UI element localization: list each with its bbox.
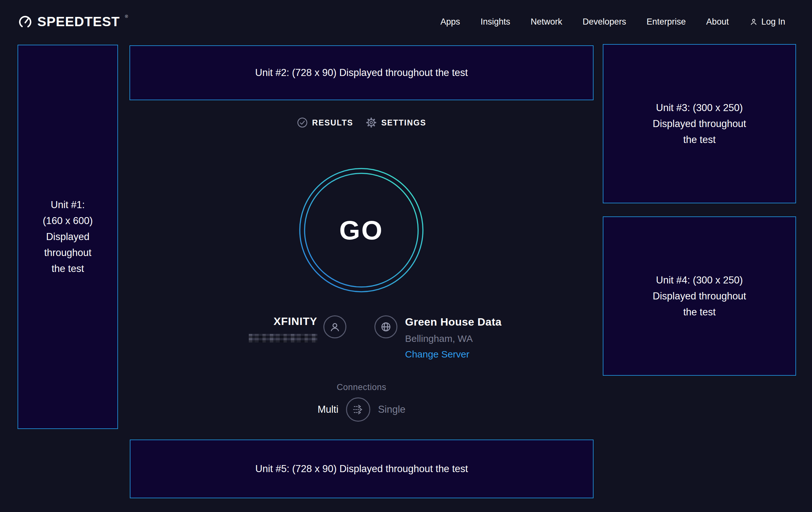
nav-item-network[interactable]: Network	[531, 17, 562, 27]
ad-unit-2[interactable]: Unit #2: (728 x 90) Displayed throughout…	[129, 45, 593, 100]
nav-item-developers[interactable]: Developers	[583, 17, 627, 27]
ad-unit-3[interactable]: Unit #3: (300 x 250) Displayed throughou…	[603, 44, 796, 203]
ad-unit-5-text: Unit #5: (728 x 90) Displayed throughout…	[256, 461, 468, 477]
connections-toggle-row: Multi Single	[129, 397, 593, 422]
nav-item-apps[interactable]: Apps	[440, 17, 460, 27]
connections-mode-toggle[interactable]	[346, 397, 370, 422]
nav-item-insights[interactable]: Insights	[481, 17, 510, 27]
ad-unit-1[interactable]: Unit #1: (160 x 600) Displayed throughou…	[18, 45, 118, 429]
main-nav: Apps Insights Network Developers Enterpr…	[440, 17, 785, 27]
tab-results[interactable]: RESULTS	[297, 117, 353, 128]
connections-label: Connections	[129, 382, 593, 392]
avatar-icon	[328, 320, 342, 333]
ad-unit-5[interactable]: Unit #5: (728 x 90) Displayed throughout…	[130, 439, 593, 498]
ad-unit-4-text: Unit #4: (300 x 250) Displayed throughou…	[653, 272, 746, 320]
trademark-symbol: ®	[125, 14, 128, 19]
isp-avatar	[323, 315, 346, 339]
server-name: Green House Data	[405, 315, 502, 328]
check-circle-icon	[297, 117, 308, 128]
ad-unit-1-text: Unit #1: (160 x 600) Displayed throughou…	[43, 197, 93, 277]
server-globe	[374, 315, 397, 339]
speedtest-page: SPEEDTEST ® Apps Insights Network Develo…	[0, 0, 812, 512]
go-button[interactable]: GO	[298, 167, 424, 293]
ad-unit-2-text: Unit #2: (728 x 90) Displayed throughout…	[255, 65, 468, 81]
nav-item-enterprise[interactable]: Enterprise	[646, 17, 686, 27]
go-label: GO	[298, 167, 424, 293]
tab-results-label: RESULTS	[312, 118, 353, 127]
tab-settings-label: SETTINGS	[381, 118, 426, 127]
logo[interactable]: SPEEDTEST ®	[18, 14, 128, 30]
redacted-ip-address	[249, 334, 317, 343]
change-server-link[interactable]: Change Server	[405, 349, 502, 360]
login-label: Log In	[761, 17, 785, 27]
login-button[interactable]: Log In	[749, 17, 785, 27]
logo-text: SPEEDTEST	[37, 14, 120, 30]
connections-single-option[interactable]: Single	[378, 404, 405, 415]
isp-info: XFINITY	[244, 315, 317, 343]
isp-name: XFINITY	[244, 315, 317, 327]
server-info: Green House Data Bellingham, WA Change S…	[405, 315, 502, 360]
gear-icon	[366, 117, 377, 128]
user-icon	[749, 17, 758, 26]
tab-settings[interactable]: SETTINGS	[366, 117, 426, 128]
speedometer-logo-icon	[18, 14, 33, 29]
ad-unit-3-text: Unit #3: (300 x 250) Displayed throughou…	[653, 100, 746, 148]
server-location: Bellingham, WA	[405, 333, 502, 344]
ad-unit-4[interactable]: Unit #4: (300 x 250) Displayed throughou…	[603, 216, 796, 376]
globe-icon	[379, 320, 393, 333]
tab-bar: RESULTS SETTINGS	[129, 115, 593, 130]
nav-item-about[interactable]: About	[706, 17, 729, 27]
connections-multi-option[interactable]: Multi	[318, 404, 338, 415]
multi-connection-icon	[351, 402, 366, 417]
header: SPEEDTEST ® Apps Insights Network Develo…	[0, 0, 812, 44]
